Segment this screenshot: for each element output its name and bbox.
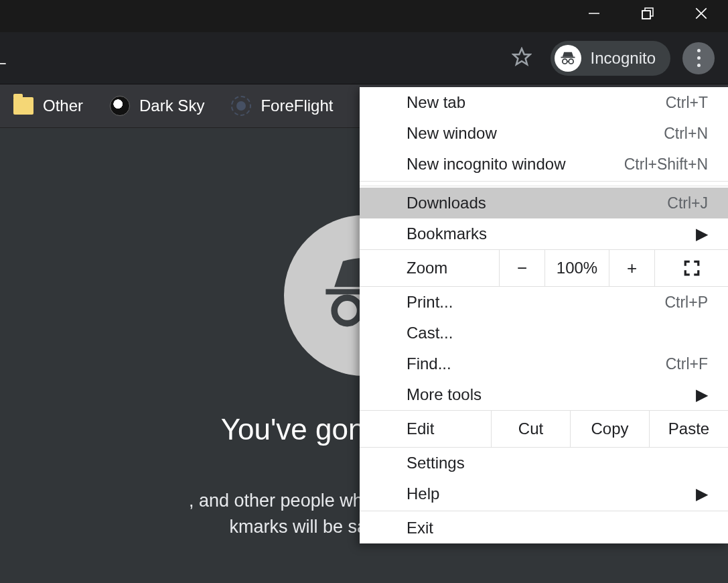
- zoom-in-button[interactable]: +: [609, 250, 654, 286]
- menu-separator: [360, 511, 728, 511]
- svg-rect-2: [642, 11, 650, 19]
- menu-zoom-row: Zoom − 100% +: [360, 249, 728, 287]
- folder-icon: [13, 97, 33, 115]
- bookmark-other-folder[interactable]: Other: [9, 94, 87, 118]
- svg-point-12: [334, 298, 360, 323]
- menu-cast[interactable]: Cast...: [360, 318, 728, 348]
- edit-cut-button[interactable]: Cut: [491, 411, 570, 447]
- bookmark-foreflight[interactable]: ForeFlight: [227, 93, 337, 119]
- zoom-level: 100%: [544, 250, 609, 286]
- menu-zoom-label: Zoom: [360, 250, 499, 286]
- menu-edit-row: Edit Cut Copy Paste: [360, 410, 728, 448]
- menu-bookmarks[interactable]: Bookmarks▶: [360, 218, 728, 249]
- omnibox-fragment[interactable]: L: [0, 48, 7, 69]
- svg-marker-6: [513, 48, 530, 64]
- incognito-indicator[interactable]: Incognito: [551, 41, 670, 76]
- window-maximize-button[interactable]: [628, 0, 668, 27]
- chevron-right-icon: ▶: [696, 484, 708, 503]
- chrome-menu-button[interactable]: [682, 42, 715, 74]
- menu-separator: [360, 181, 728, 186]
- zoom-out-button[interactable]: −: [499, 250, 544, 286]
- menu-print[interactable]: Print...Ctrl+P: [360, 287, 728, 318]
- chevron-right-icon: ▶: [696, 385, 708, 404]
- foreflight-icon: [231, 96, 251, 116]
- bookmark-star-icon[interactable]: [500, 42, 544, 75]
- svg-point-9: [569, 59, 573, 64]
- bookmark-label: ForeFlight: [261, 96, 333, 115]
- fullscreen-button[interactable]: [654, 250, 728, 286]
- bookmark-label: Other: [43, 96, 83, 115]
- edit-paste-button[interactable]: Paste: [649, 411, 728, 447]
- bookmark-dark-sky[interactable]: Dark Sky: [106, 93, 208, 119]
- menu-settings[interactable]: Settings: [360, 448, 728, 478]
- incognito-icon: [555, 45, 581, 72]
- menu-new-window[interactable]: New windowCtrl+N: [360, 118, 728, 149]
- menu-exit[interactable]: Exit: [360, 513, 728, 543]
- svg-point-8: [562, 59, 567, 64]
- menu-new-incognito-window[interactable]: New incognito windowCtrl+Shift+N: [360, 149, 728, 180]
- bookmark-label: Dark Sky: [139, 96, 204, 115]
- window-close-button[interactable]: [681, 0, 721, 27]
- chevron-right-icon: ▶: [696, 224, 708, 243]
- menu-more-tools[interactable]: More tools▶: [360, 379, 728, 410]
- browser-toolbar: L Incognito: [0, 32, 728, 84]
- menu-new-tab[interactable]: New tabCtrl+T: [360, 87, 728, 118]
- dark-sky-icon: [110, 96, 130, 116]
- menu-help[interactable]: Help▶: [360, 478, 728, 509]
- window-minimize-button[interactable]: [574, 0, 614, 27]
- window-titlebar: [0, 0, 728, 32]
- svg-rect-7: [561, 56, 575, 58]
- menu-downloads[interactable]: DownloadsCtrl+J: [360, 188, 728, 218]
- menu-edit-label: Edit: [360, 411, 491, 447]
- chrome-overflow-menu: New tabCtrl+T New windowCtrl+N New incog…: [360, 87, 728, 543]
- incognito-label: Incognito: [591, 49, 656, 68]
- edit-copy-button[interactable]: Copy: [570, 411, 649, 447]
- menu-find[interactable]: Find...Ctrl+F: [360, 348, 728, 379]
